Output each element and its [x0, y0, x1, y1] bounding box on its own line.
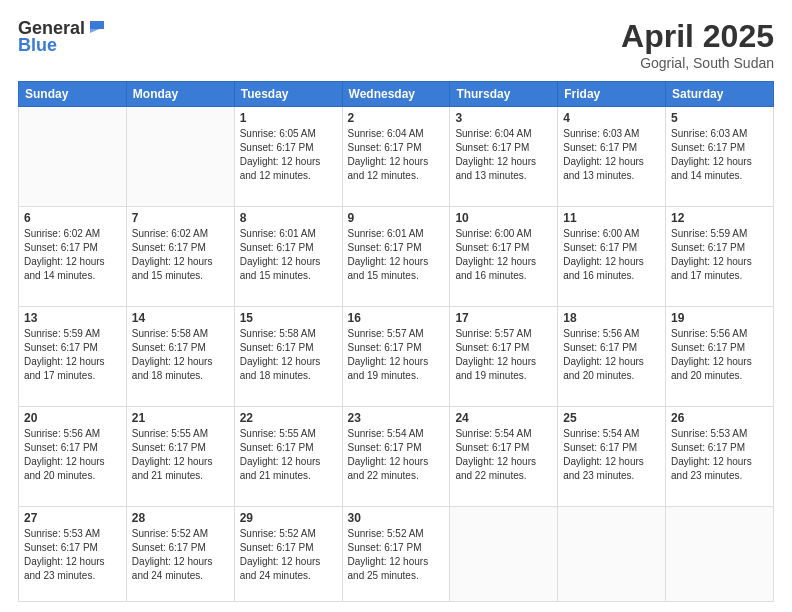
- day-number: 12: [671, 211, 768, 225]
- logo-flag-icon: [86, 17, 108, 39]
- table-row: 26Sunrise: 5:53 AM Sunset: 6:17 PM Dayli…: [666, 406, 774, 506]
- day-info: Sunrise: 5:57 AM Sunset: 6:17 PM Dayligh…: [455, 327, 552, 383]
- day-info: Sunrise: 6:02 AM Sunset: 6:17 PM Dayligh…: [24, 227, 121, 283]
- day-number: 15: [240, 311, 337, 325]
- day-number: 27: [24, 511, 121, 525]
- day-number: 25: [563, 411, 660, 425]
- day-number: 6: [24, 211, 121, 225]
- day-number: 2: [348, 111, 445, 125]
- header: General Blue April 2025 Gogrial, South S…: [18, 18, 774, 71]
- calendar-week-row: 1Sunrise: 6:05 AM Sunset: 6:17 PM Daylig…: [19, 107, 774, 207]
- table-row: 3Sunrise: 6:04 AM Sunset: 6:17 PM Daylig…: [450, 107, 558, 207]
- day-info: Sunrise: 5:52 AM Sunset: 6:17 PM Dayligh…: [132, 527, 229, 583]
- day-info: Sunrise: 6:00 AM Sunset: 6:17 PM Dayligh…: [455, 227, 552, 283]
- logo: General Blue: [18, 18, 108, 56]
- day-number: 20: [24, 411, 121, 425]
- calendar-week-row: 27Sunrise: 5:53 AM Sunset: 6:17 PM Dayli…: [19, 506, 774, 601]
- table-row: 22Sunrise: 5:55 AM Sunset: 6:17 PM Dayli…: [234, 406, 342, 506]
- day-number: 10: [455, 211, 552, 225]
- day-number: 19: [671, 311, 768, 325]
- table-row: 2Sunrise: 6:04 AM Sunset: 6:17 PM Daylig…: [342, 107, 450, 207]
- table-row: 25Sunrise: 5:54 AM Sunset: 6:17 PM Dayli…: [558, 406, 666, 506]
- table-row: 21Sunrise: 5:55 AM Sunset: 6:17 PM Dayli…: [126, 406, 234, 506]
- day-info: Sunrise: 5:56 AM Sunset: 6:17 PM Dayligh…: [24, 427, 121, 483]
- day-info: Sunrise: 5:54 AM Sunset: 6:17 PM Dayligh…: [455, 427, 552, 483]
- table-row: 4Sunrise: 6:03 AM Sunset: 6:17 PM Daylig…: [558, 107, 666, 207]
- table-row: [126, 107, 234, 207]
- day-info: Sunrise: 6:02 AM Sunset: 6:17 PM Dayligh…: [132, 227, 229, 283]
- day-info: Sunrise: 5:54 AM Sunset: 6:17 PM Dayligh…: [563, 427, 660, 483]
- table-row: 1Sunrise: 6:05 AM Sunset: 6:17 PM Daylig…: [234, 107, 342, 207]
- header-saturday: Saturday: [666, 82, 774, 107]
- table-row: 17Sunrise: 5:57 AM Sunset: 6:17 PM Dayli…: [450, 306, 558, 406]
- day-number: 14: [132, 311, 229, 325]
- title-block: April 2025 Gogrial, South Sudan: [621, 18, 774, 71]
- table-row: 16Sunrise: 5:57 AM Sunset: 6:17 PM Dayli…: [342, 306, 450, 406]
- table-row: [558, 506, 666, 601]
- calendar-week-row: 6Sunrise: 6:02 AM Sunset: 6:17 PM Daylig…: [19, 206, 774, 306]
- table-row: 18Sunrise: 5:56 AM Sunset: 6:17 PM Dayli…: [558, 306, 666, 406]
- day-info: Sunrise: 6:04 AM Sunset: 6:17 PM Dayligh…: [348, 127, 445, 183]
- header-monday: Monday: [126, 82, 234, 107]
- day-number: 11: [563, 211, 660, 225]
- day-info: Sunrise: 5:54 AM Sunset: 6:17 PM Dayligh…: [348, 427, 445, 483]
- day-number: 4: [563, 111, 660, 125]
- day-info: Sunrise: 6:03 AM Sunset: 6:17 PM Dayligh…: [563, 127, 660, 183]
- table-row: 9Sunrise: 6:01 AM Sunset: 6:17 PM Daylig…: [342, 206, 450, 306]
- table-row: [19, 107, 127, 207]
- day-number: 9: [348, 211, 445, 225]
- day-number: 21: [132, 411, 229, 425]
- page: General Blue April 2025 Gogrial, South S…: [0, 0, 792, 612]
- day-info: Sunrise: 5:53 AM Sunset: 6:17 PM Dayligh…: [671, 427, 768, 483]
- page-location: Gogrial, South Sudan: [621, 55, 774, 71]
- table-row: 30Sunrise: 5:52 AM Sunset: 6:17 PM Dayli…: [342, 506, 450, 601]
- weekday-header-row: Sunday Monday Tuesday Wednesday Thursday…: [19, 82, 774, 107]
- logo-blue-text: Blue: [18, 35, 57, 56]
- day-number: 30: [348, 511, 445, 525]
- day-info: Sunrise: 5:58 AM Sunset: 6:17 PM Dayligh…: [132, 327, 229, 383]
- day-info: Sunrise: 5:58 AM Sunset: 6:17 PM Dayligh…: [240, 327, 337, 383]
- day-info: Sunrise: 5:55 AM Sunset: 6:17 PM Dayligh…: [132, 427, 229, 483]
- header-friday: Friday: [558, 82, 666, 107]
- day-info: Sunrise: 5:56 AM Sunset: 6:17 PM Dayligh…: [563, 327, 660, 383]
- day-info: Sunrise: 6:00 AM Sunset: 6:17 PM Dayligh…: [563, 227, 660, 283]
- calendar-week-row: 20Sunrise: 5:56 AM Sunset: 6:17 PM Dayli…: [19, 406, 774, 506]
- day-number: 23: [348, 411, 445, 425]
- table-row: 29Sunrise: 5:52 AM Sunset: 6:17 PM Dayli…: [234, 506, 342, 601]
- day-number: 29: [240, 511, 337, 525]
- day-info: Sunrise: 5:59 AM Sunset: 6:17 PM Dayligh…: [24, 327, 121, 383]
- table-row: 20Sunrise: 5:56 AM Sunset: 6:17 PM Dayli…: [19, 406, 127, 506]
- table-row: 7Sunrise: 6:02 AM Sunset: 6:17 PM Daylig…: [126, 206, 234, 306]
- table-row: 8Sunrise: 6:01 AM Sunset: 6:17 PM Daylig…: [234, 206, 342, 306]
- table-row: 23Sunrise: 5:54 AM Sunset: 6:17 PM Dayli…: [342, 406, 450, 506]
- table-row: 28Sunrise: 5:52 AM Sunset: 6:17 PM Dayli…: [126, 506, 234, 601]
- day-info: Sunrise: 6:03 AM Sunset: 6:17 PM Dayligh…: [671, 127, 768, 183]
- day-info: Sunrise: 5:53 AM Sunset: 6:17 PM Dayligh…: [24, 527, 121, 583]
- table-row: 27Sunrise: 5:53 AM Sunset: 6:17 PM Dayli…: [19, 506, 127, 601]
- day-number: 1: [240, 111, 337, 125]
- table-row: 19Sunrise: 5:56 AM Sunset: 6:17 PM Dayli…: [666, 306, 774, 406]
- day-info: Sunrise: 5:59 AM Sunset: 6:17 PM Dayligh…: [671, 227, 768, 283]
- day-info: Sunrise: 5:52 AM Sunset: 6:17 PM Dayligh…: [348, 527, 445, 583]
- day-info: Sunrise: 6:05 AM Sunset: 6:17 PM Dayligh…: [240, 127, 337, 183]
- day-number: 17: [455, 311, 552, 325]
- day-info: Sunrise: 5:52 AM Sunset: 6:17 PM Dayligh…: [240, 527, 337, 583]
- table-row: 11Sunrise: 6:00 AM Sunset: 6:17 PM Dayli…: [558, 206, 666, 306]
- day-number: 7: [132, 211, 229, 225]
- table-row: 13Sunrise: 5:59 AM Sunset: 6:17 PM Dayli…: [19, 306, 127, 406]
- day-info: Sunrise: 5:57 AM Sunset: 6:17 PM Dayligh…: [348, 327, 445, 383]
- day-info: Sunrise: 6:04 AM Sunset: 6:17 PM Dayligh…: [455, 127, 552, 183]
- day-number: 3: [455, 111, 552, 125]
- table-row: 24Sunrise: 5:54 AM Sunset: 6:17 PM Dayli…: [450, 406, 558, 506]
- day-info: Sunrise: 5:56 AM Sunset: 6:17 PM Dayligh…: [671, 327, 768, 383]
- table-row: 6Sunrise: 6:02 AM Sunset: 6:17 PM Daylig…: [19, 206, 127, 306]
- table-row: 15Sunrise: 5:58 AM Sunset: 6:17 PM Dayli…: [234, 306, 342, 406]
- table-row: 12Sunrise: 5:59 AM Sunset: 6:17 PM Dayli…: [666, 206, 774, 306]
- day-info: Sunrise: 6:01 AM Sunset: 6:17 PM Dayligh…: [348, 227, 445, 283]
- day-number: 22: [240, 411, 337, 425]
- table-row: 14Sunrise: 5:58 AM Sunset: 6:17 PM Dayli…: [126, 306, 234, 406]
- header-sunday: Sunday: [19, 82, 127, 107]
- day-number: 28: [132, 511, 229, 525]
- day-number: 5: [671, 111, 768, 125]
- day-number: 18: [563, 311, 660, 325]
